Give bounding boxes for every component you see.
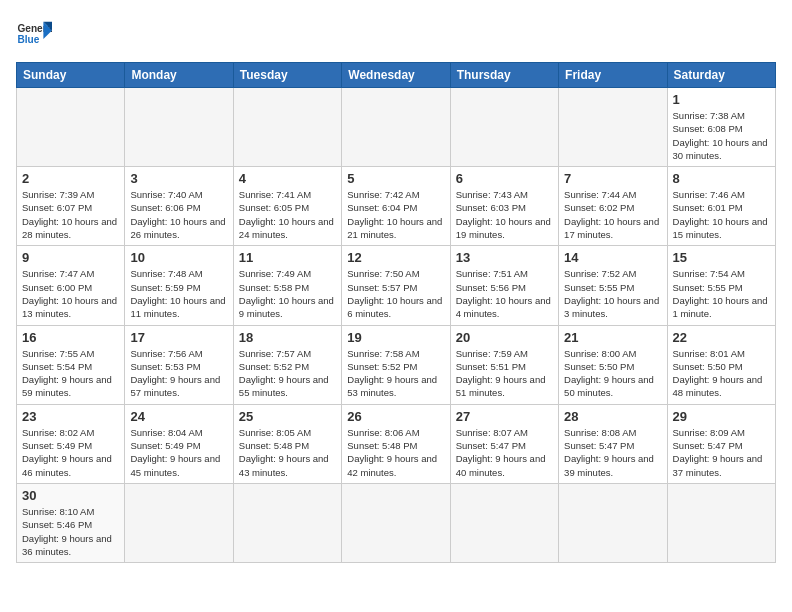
day-number: 16 <box>22 330 119 345</box>
day-number: 8 <box>673 171 770 186</box>
calendar: SundayMondayTuesdayWednesdayThursdayFrid… <box>16 62 776 563</box>
weekday-header: Wednesday <box>342 63 450 88</box>
calendar-cell: 19Sunrise: 7:58 AM Sunset: 5:52 PM Dayli… <box>342 325 450 404</box>
calendar-cell <box>450 88 558 167</box>
calendar-cell <box>233 88 341 167</box>
calendar-cell <box>125 483 233 562</box>
day-number: 5 <box>347 171 444 186</box>
calendar-cell: 24Sunrise: 8:04 AM Sunset: 5:49 PM Dayli… <box>125 404 233 483</box>
day-info: Sunrise: 7:46 AM Sunset: 6:01 PM Dayligh… <box>673 188 770 241</box>
calendar-cell: 30Sunrise: 8:10 AM Sunset: 5:46 PM Dayli… <box>17 483 125 562</box>
weekday-header: Thursday <box>450 63 558 88</box>
day-number: 25 <box>239 409 336 424</box>
day-info: Sunrise: 7:51 AM Sunset: 5:56 PM Dayligh… <box>456 267 553 320</box>
day-info: Sunrise: 7:59 AM Sunset: 5:51 PM Dayligh… <box>456 347 553 400</box>
day-info: Sunrise: 7:44 AM Sunset: 6:02 PM Dayligh… <box>564 188 661 241</box>
day-info: Sunrise: 7:39 AM Sunset: 6:07 PM Dayligh… <box>22 188 119 241</box>
page-header: General Blue <box>16 16 776 52</box>
day-number: 23 <box>22 409 119 424</box>
day-number: 29 <box>673 409 770 424</box>
calendar-cell <box>17 88 125 167</box>
logo-icon: General Blue <box>16 16 52 52</box>
day-info: Sunrise: 7:54 AM Sunset: 5:55 PM Dayligh… <box>673 267 770 320</box>
calendar-cell: 25Sunrise: 8:05 AM Sunset: 5:48 PM Dayli… <box>233 404 341 483</box>
day-info: Sunrise: 7:41 AM Sunset: 6:05 PM Dayligh… <box>239 188 336 241</box>
day-info: Sunrise: 8:02 AM Sunset: 5:49 PM Dayligh… <box>22 426 119 479</box>
calendar-cell <box>450 483 558 562</box>
weekday-header: Monday <box>125 63 233 88</box>
calendar-cell <box>342 483 450 562</box>
calendar-cell <box>559 483 667 562</box>
day-number: 6 <box>456 171 553 186</box>
calendar-cell <box>125 88 233 167</box>
calendar-cell: 8Sunrise: 7:46 AM Sunset: 6:01 PM Daylig… <box>667 167 775 246</box>
day-number: 12 <box>347 250 444 265</box>
day-info: Sunrise: 7:43 AM Sunset: 6:03 PM Dayligh… <box>456 188 553 241</box>
calendar-cell: 21Sunrise: 8:00 AM Sunset: 5:50 PM Dayli… <box>559 325 667 404</box>
day-info: Sunrise: 7:48 AM Sunset: 5:59 PM Dayligh… <box>130 267 227 320</box>
logo: General Blue <box>16 16 56 52</box>
calendar-cell: 17Sunrise: 7:56 AM Sunset: 5:53 PM Dayli… <box>125 325 233 404</box>
day-info: Sunrise: 7:42 AM Sunset: 6:04 PM Dayligh… <box>347 188 444 241</box>
weekday-header: Saturday <box>667 63 775 88</box>
day-info: Sunrise: 7:38 AM Sunset: 6:08 PM Dayligh… <box>673 109 770 162</box>
day-info: Sunrise: 7:57 AM Sunset: 5:52 PM Dayligh… <box>239 347 336 400</box>
calendar-cell: 28Sunrise: 8:08 AM Sunset: 5:47 PM Dayli… <box>559 404 667 483</box>
calendar-cell <box>667 483 775 562</box>
calendar-cell: 23Sunrise: 8:02 AM Sunset: 5:49 PM Dayli… <box>17 404 125 483</box>
calendar-cell: 27Sunrise: 8:07 AM Sunset: 5:47 PM Dayli… <box>450 404 558 483</box>
calendar-cell <box>233 483 341 562</box>
day-info: Sunrise: 8:06 AM Sunset: 5:48 PM Dayligh… <box>347 426 444 479</box>
calendar-cell: 3Sunrise: 7:40 AM Sunset: 6:06 PM Daylig… <box>125 167 233 246</box>
calendar-cell: 16Sunrise: 7:55 AM Sunset: 5:54 PM Dayli… <box>17 325 125 404</box>
calendar-cell: 1Sunrise: 7:38 AM Sunset: 6:08 PM Daylig… <box>667 88 775 167</box>
day-info: Sunrise: 7:40 AM Sunset: 6:06 PM Dayligh… <box>130 188 227 241</box>
day-number: 18 <box>239 330 336 345</box>
calendar-cell: 18Sunrise: 7:57 AM Sunset: 5:52 PM Dayli… <box>233 325 341 404</box>
day-number: 27 <box>456 409 553 424</box>
day-info: Sunrise: 7:55 AM Sunset: 5:54 PM Dayligh… <box>22 347 119 400</box>
calendar-cell: 22Sunrise: 8:01 AM Sunset: 5:50 PM Dayli… <box>667 325 775 404</box>
day-number: 2 <box>22 171 119 186</box>
calendar-cell: 29Sunrise: 8:09 AM Sunset: 5:47 PM Dayli… <box>667 404 775 483</box>
day-info: Sunrise: 7:58 AM Sunset: 5:52 PM Dayligh… <box>347 347 444 400</box>
calendar-cell <box>559 88 667 167</box>
calendar-cell: 20Sunrise: 7:59 AM Sunset: 5:51 PM Dayli… <box>450 325 558 404</box>
day-info: Sunrise: 7:50 AM Sunset: 5:57 PM Dayligh… <box>347 267 444 320</box>
day-number: 19 <box>347 330 444 345</box>
weekday-header: Friday <box>559 63 667 88</box>
day-number: 26 <box>347 409 444 424</box>
day-info: Sunrise: 7:49 AM Sunset: 5:58 PM Dayligh… <box>239 267 336 320</box>
day-number: 9 <box>22 250 119 265</box>
calendar-cell: 9Sunrise: 7:47 AM Sunset: 6:00 PM Daylig… <box>17 246 125 325</box>
day-number: 14 <box>564 250 661 265</box>
day-info: Sunrise: 8:10 AM Sunset: 5:46 PM Dayligh… <box>22 505 119 558</box>
calendar-cell: 5Sunrise: 7:42 AM Sunset: 6:04 PM Daylig… <box>342 167 450 246</box>
calendar-cell: 7Sunrise: 7:44 AM Sunset: 6:02 PM Daylig… <box>559 167 667 246</box>
day-info: Sunrise: 8:05 AM Sunset: 5:48 PM Dayligh… <box>239 426 336 479</box>
calendar-cell: 15Sunrise: 7:54 AM Sunset: 5:55 PM Dayli… <box>667 246 775 325</box>
day-number: 21 <box>564 330 661 345</box>
day-info: Sunrise: 8:01 AM Sunset: 5:50 PM Dayligh… <box>673 347 770 400</box>
calendar-cell: 11Sunrise: 7:49 AM Sunset: 5:58 PM Dayli… <box>233 246 341 325</box>
calendar-cell <box>342 88 450 167</box>
day-number: 1 <box>673 92 770 107</box>
calendar-cell: 14Sunrise: 7:52 AM Sunset: 5:55 PM Dayli… <box>559 246 667 325</box>
day-number: 17 <box>130 330 227 345</box>
day-info: Sunrise: 8:04 AM Sunset: 5:49 PM Dayligh… <box>130 426 227 479</box>
day-info: Sunrise: 7:52 AM Sunset: 5:55 PM Dayligh… <box>564 267 661 320</box>
day-info: Sunrise: 7:47 AM Sunset: 6:00 PM Dayligh… <box>22 267 119 320</box>
weekday-header: Tuesday <box>233 63 341 88</box>
day-number: 3 <box>130 171 227 186</box>
day-number: 4 <box>239 171 336 186</box>
day-number: 15 <box>673 250 770 265</box>
day-number: 13 <box>456 250 553 265</box>
day-number: 30 <box>22 488 119 503</box>
calendar-cell: 10Sunrise: 7:48 AM Sunset: 5:59 PM Dayli… <box>125 246 233 325</box>
calendar-cell: 13Sunrise: 7:51 AM Sunset: 5:56 PM Dayli… <box>450 246 558 325</box>
day-number: 24 <box>130 409 227 424</box>
calendar-cell: 2Sunrise: 7:39 AM Sunset: 6:07 PM Daylig… <box>17 167 125 246</box>
day-number: 11 <box>239 250 336 265</box>
day-info: Sunrise: 8:09 AM Sunset: 5:47 PM Dayligh… <box>673 426 770 479</box>
day-info: Sunrise: 8:00 AM Sunset: 5:50 PM Dayligh… <box>564 347 661 400</box>
